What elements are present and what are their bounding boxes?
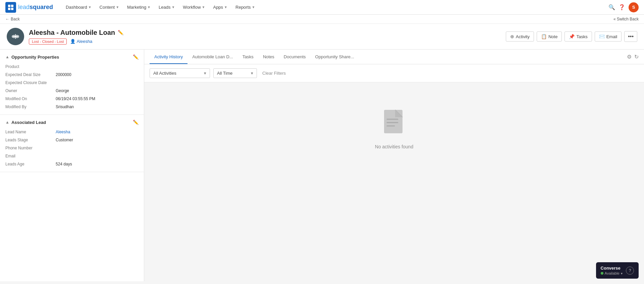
prop-label-lead-name: Lead Name <box>5 129 52 135</box>
prop-label-owner: Owner <box>5 88 52 94</box>
prop-value-leads-stage: Customer <box>56 137 139 143</box>
edit-associated-lead-icon[interactable]: ✏️ <box>133 120 139 125</box>
switch-icon: « <box>613 17 616 21</box>
email-button[interactable]: ✉️ Email <box>595 31 622 42</box>
note-icon: 📋 <box>541 34 547 39</box>
nav-dashboard[interactable]: Dashboard ▼ <box>62 3 95 11</box>
help-button[interactable]: ❓ <box>619 4 625 10</box>
edit-opportunity-icon[interactable]: ✏️ <box>133 54 139 60</box>
chevron-down-icon: ▼ <box>116 5 119 9</box>
top-navigation: leadsquared Dashboard ▼ Content ▼ Market… <box>0 0 644 15</box>
lead-avatar <box>7 28 24 45</box>
person-icon: 👤 <box>70 39 75 44</box>
email-icon: ✉️ <box>599 34 605 39</box>
switch-back-button[interactable]: « Switch Back <box>613 17 639 21</box>
svg-rect-2 <box>8 8 10 10</box>
converse-info: Converse Available ▾ <box>601 266 623 275</box>
associated-lead-section: ▲ Associated Lead ✏️ Lead Name Aleesha L… <box>0 115 144 172</box>
app-logo[interactable]: leadsquared <box>5 2 53 13</box>
tab-notes[interactable]: Notes <box>258 50 279 64</box>
svg-rect-3 <box>11 8 13 10</box>
header-info: Aleesha - Automobile Loan ✏️ Lost - Clos… <box>29 29 506 45</box>
prop-label-deal-size: Expected Deal Size <box>5 72 52 78</box>
settings-button[interactable]: ⚙ <box>627 54 632 60</box>
activity-icon: ⊕ <box>510 34 514 39</box>
header-title: Aleesha - Automobile Loan ✏️ <box>29 29 506 37</box>
prop-label-modified-by: Modified By <box>5 104 52 110</box>
tasks-icon: 📌 <box>569 34 575 39</box>
prop-label-phone: Phone Number <box>5 145 52 151</box>
nav-workflow[interactable]: Workflow ▼ <box>179 3 208 11</box>
activity-filter-select[interactable]: All Activities ▾ <box>150 68 210 78</box>
prop-label-leads-age: Leads Age <box>5 161 52 167</box>
prop-label-modified-on: Modified On <box>5 96 52 102</box>
prop-value-closure-date <box>56 80 139 86</box>
chevron-down-icon: ▼ <box>252 5 255 9</box>
header-actions: ⊕ Activity 📋 Note 📌 Tasks ✉️ Email ••• <box>506 31 637 42</box>
collapse-icon[interactable]: ▲ <box>5 120 9 125</box>
empty-state-icon <box>382 109 406 139</box>
edit-title-icon[interactable]: ✏️ <box>118 30 123 35</box>
prop-label-closure-date: Expected Closure Date <box>5 80 52 86</box>
chevron-down-icon: ▼ <box>147 5 151 9</box>
user-avatar[interactable]: S <box>629 2 639 12</box>
prop-value-email <box>56 153 139 159</box>
collapse-icon[interactable]: ▲ <box>5 55 9 59</box>
search-button[interactable]: 🔍 <box>608 4 615 10</box>
nav-marketing[interactable]: Marketing ▼ <box>124 3 154 11</box>
svg-rect-1 <box>11 5 13 7</box>
main-layout: ▲ Opportunity Properties ✏️ Product Expe… <box>0 50 644 281</box>
back-bar: ← Back « Switch Back <box>0 15 644 24</box>
back-arrow-icon: ← <box>5 17 9 21</box>
prop-value-product <box>56 64 139 70</box>
page-title: Aleesha - Automobile Loan <box>29 29 115 37</box>
chevron-down-icon: ▾ <box>251 71 253 76</box>
prop-label-email: Email <box>5 153 52 159</box>
prop-value-deal-size: 2000000 <box>56 72 139 78</box>
clear-filters-button[interactable]: Clear Filters <box>260 69 288 77</box>
filters-bar: All Activities ▾ All Time ▾ Clear Filter… <box>144 64 644 82</box>
tasks-button[interactable]: 📌 Tasks <box>565 31 592 42</box>
tab-documents[interactable]: Documents <box>279 50 311 64</box>
back-button[interactable]: ← Back <box>5 17 20 21</box>
right-panel: Activity History Automobile Loan D... Ta… <box>144 50 644 281</box>
logo-icon <box>5 2 16 13</box>
activity-button[interactable]: ⊕ Activity <box>506 31 534 42</box>
nav-leads[interactable]: Leads ▼ <box>155 3 178 11</box>
associated-lead-grid: Lead Name Aleesha Leads Stage Customer P… <box>5 129 139 167</box>
converse-help-button[interactable]: ? <box>626 267 634 275</box>
prop-value-leads-age: 524 days <box>56 161 139 167</box>
refresh-button[interactable]: ↻ <box>634 54 639 60</box>
opportunity-section-title: ▲ Opportunity Properties <box>5 55 59 60</box>
prop-value-owner: George <box>56 88 139 94</box>
converse-status: Available ▾ <box>601 271 623 275</box>
note-button[interactable]: 📋 Note <box>537 31 562 42</box>
status-dot-icon <box>601 272 603 275</box>
associated-lead-title: ▲ Associated Lead <box>5 120 46 125</box>
prop-value-lead-name[interactable]: Aleesha <box>56 129 139 135</box>
prop-value-modified-on: 06/19/24 03:55:55 PM <box>56 96 139 102</box>
chevron-down-icon: ▼ <box>171 5 175 9</box>
header-meta: Lost - Closed - Lost 👤 Aleesha <box>29 39 506 45</box>
prop-label-leads-stage: Leads Stage <box>5 137 52 143</box>
tabs-bar: Activity History Automobile Loan D... Ta… <box>144 50 644 64</box>
tab-activity-history[interactable]: Activity History <box>150 50 187 64</box>
nav-reports[interactable]: Reports ▼ <box>232 3 258 11</box>
chevron-down-icon: ▼ <box>88 5 92 9</box>
tab-tasks[interactable]: Tasks <box>238 50 258 64</box>
time-filter-select[interactable]: All Time ▾ <box>213 68 257 78</box>
tab-auto-loan[interactable]: Automobile Loan D... <box>187 50 237 64</box>
nav-apps[interactable]: Apps ▼ <box>210 3 231 11</box>
converse-widget[interactable]: Converse Available ▾ ? <box>596 262 639 279</box>
opportunity-properties-section: ▲ Opportunity Properties ✏️ Product Expe… <box>0 50 144 115</box>
nav-right: 🔍 ❓ S <box>608 2 639 12</box>
lead-link[interactable]: 👤 Aleesha <box>70 39 92 44</box>
prop-value-phone <box>56 145 139 151</box>
prop-value-modified-by: Srisudhan <box>56 104 139 110</box>
empty-state: No activities found <box>144 82 644 176</box>
more-actions-button[interactable]: ••• <box>624 31 637 42</box>
nav-items: Dashboard ▼ Content ▼ Marketing ▼ Leads … <box>62 3 606 11</box>
tab-opportunity-share[interactable]: Opportunity Share... <box>311 50 359 64</box>
nav-content[interactable]: Content ▼ <box>96 3 122 11</box>
associated-lead-header: ▲ Associated Lead ✏️ <box>5 120 139 125</box>
